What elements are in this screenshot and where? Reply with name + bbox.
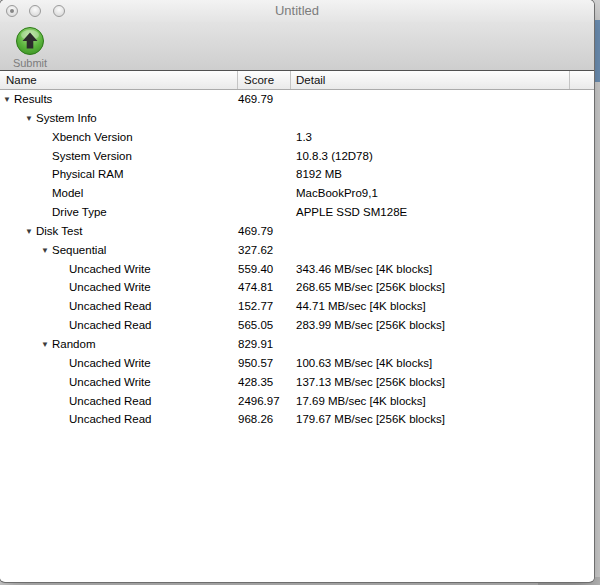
row-score: 428.35 [238, 373, 273, 392]
row-detail: 1.3 [296, 128, 312, 147]
table-body: ▼Results469.79▼System InfoXbench Version… [0, 90, 594, 581]
row-name-cell: Uncached Write [0, 278, 234, 297]
row-name-cell: Physical RAM [0, 165, 234, 184]
table-row[interactable]: ▼Sequential327.62 [0, 241, 594, 260]
table-row[interactable]: Drive TypeAPPLE SSD SM128E [0, 203, 594, 222]
row-name-cell: ▼Disk Test [0, 222, 234, 242]
row-detail: 44.71 MB/sec [4K blocks] [296, 297, 426, 316]
row-detail: 100.63 MB/sec [4K blocks] [296, 354, 432, 373]
row-name-cell: Xbench Version [0, 128, 234, 147]
row-detail: 179.67 MB/sec [256K blocks] [296, 410, 445, 429]
row-name: Uncached Write [69, 376, 151, 388]
disclosure-triangle-icon[interactable]: ▼ [25, 110, 36, 129]
row-score: 559.40 [238, 260, 273, 279]
column-header-detail[interactable]: Detail [296, 71, 325, 89]
row-name: Uncached Write [69, 357, 151, 369]
disclosure-triangle-icon[interactable]: ▼ [3, 91, 14, 110]
row-name: Uncached Read [69, 395, 151, 407]
disclosure-triangle-icon[interactable]: ▼ [41, 242, 52, 261]
row-name-cell: System Version [0, 147, 234, 166]
table-row[interactable]: Uncached Read152.7744.71 MB/sec [4K bloc… [0, 297, 594, 316]
xbench-window: Untitled Submit Name Score Detail [0, 0, 594, 582]
titlebar[interactable]: Untitled [0, 0, 594, 22]
row-name: Model [52, 187, 83, 199]
row-detail: 137.13 MB/sec [256K blocks] [296, 373, 445, 392]
table-row[interactable]: Uncached Write950.57100.63 MB/sec [4K bl… [0, 354, 594, 373]
row-score: 474.81 [238, 278, 273, 297]
row-name-cell: Model [0, 184, 234, 203]
row-name-cell: ▼Sequential [0, 241, 234, 261]
row-score: 2496.97 [238, 392, 280, 411]
table-row[interactable]: ▼System Info [0, 109, 594, 128]
table-row[interactable]: Uncached Write559.40343.46 MB/sec [4K bl… [0, 260, 594, 279]
row-score: 950.57 [238, 354, 273, 373]
column-separator[interactable] [290, 71, 291, 89]
toolbar: Submit [0, 22, 594, 71]
row-name: System Info [36, 112, 97, 124]
submit-button[interactable]: Submit [9, 26, 51, 69]
row-name: Uncached Read [69, 413, 151, 425]
row-detail: 343.46 MB/sec [4K blocks] [296, 260, 432, 279]
disclosure-triangle-icon[interactable]: ▼ [25, 223, 36, 242]
row-name-cell: Uncached Read [0, 316, 234, 335]
column-header-name[interactable]: Name [6, 71, 37, 89]
row-detail: MacBookPro9,1 [296, 184, 378, 203]
submit-button-label: Submit [9, 57, 51, 69]
row-name: Sequential [52, 244, 106, 256]
row-name-cell: Uncached Read [0, 410, 234, 429]
row-score: 152.77 [238, 297, 273, 316]
row-score: 829.91 [238, 335, 273, 354]
row-name-cell: Uncached Write [0, 260, 234, 279]
row-name: Random [52, 338, 95, 350]
table-row[interactable]: System Version10.8.3 (12D78) [0, 147, 594, 166]
row-name: Physical RAM [52, 168, 124, 180]
row-name-cell: Drive Type [0, 203, 234, 222]
row-score: 327.62 [238, 241, 273, 260]
table-row[interactable]: Physical RAM8192 MB [0, 165, 594, 184]
row-detail: 8192 MB [296, 165, 342, 184]
column-header-score[interactable]: Score [244, 71, 274, 89]
table-row[interactable]: Xbench Version1.3 [0, 128, 594, 147]
row-score: 968.26 [238, 410, 273, 429]
table-row[interactable]: Uncached Write474.81268.65 MB/sec [256K … [0, 278, 594, 297]
table-row[interactable]: Uncached Write428.35137.13 MB/sec [256K … [0, 373, 594, 392]
background-window-sliver [594, 0, 600, 585]
row-detail: 10.8.3 (12D78) [296, 147, 373, 166]
row-name: Uncached Write [69, 281, 151, 293]
row-score: 565.05 [238, 316, 273, 335]
row-name-cell: Uncached Write [0, 354, 234, 373]
table-row[interactable]: ▼Disk Test469.79 [0, 222, 594, 241]
table-row[interactable]: ▼Results469.79 [0, 90, 594, 109]
row-detail: 283.99 MB/sec [256K blocks] [296, 316, 445, 335]
row-name-cell: ▼Random [0, 335, 234, 355]
table-row[interactable]: Uncached Read2496.9717.69 MB/sec [4K blo… [0, 392, 594, 411]
row-detail: 268.65 MB/sec [256K blocks] [296, 278, 445, 297]
row-score: 469.79 [238, 222, 273, 241]
row-name: Xbench Version [52, 131, 133, 143]
background-window-blue-sliver [594, 20, 600, 82]
row-name: Disk Test [36, 225, 82, 237]
row-name-cell: Uncached Read [0, 392, 234, 411]
row-name: Drive Type [52, 206, 107, 218]
table-row[interactable]: ModelMacBookPro9,1 [0, 184, 594, 203]
row-name: Uncached Write [69, 263, 151, 275]
row-name: Results [14, 93, 52, 105]
row-name-cell: Uncached Read [0, 297, 234, 316]
table-header: Name Score Detail [0, 71, 594, 90]
row-name-cell: Uncached Write [0, 373, 234, 392]
table-row[interactable]: Uncached Read968.26179.67 MB/sec [256K b… [0, 410, 594, 429]
row-detail: 17.69 MB/sec [4K blocks] [296, 392, 426, 411]
column-separator[interactable] [237, 71, 238, 89]
table-row[interactable]: Uncached Read565.05283.99 MB/sec [256K b… [0, 316, 594, 335]
row-detail: APPLE SSD SM128E [296, 203, 407, 222]
disclosure-triangle-icon[interactable]: ▼ [41, 336, 52, 355]
table-row[interactable]: ▼Random829.91 [0, 335, 594, 354]
column-separator[interactable] [569, 71, 570, 89]
row-name: Uncached Read [69, 300, 151, 312]
row-name-cell: ▼Results [0, 90, 234, 110]
window-title: Untitled [0, 0, 594, 22]
submit-upload-icon [15, 26, 45, 56]
row-name-cell: ▼System Info [0, 109, 234, 129]
row-name: Uncached Read [69, 319, 151, 331]
row-score: 469.79 [238, 90, 273, 109]
